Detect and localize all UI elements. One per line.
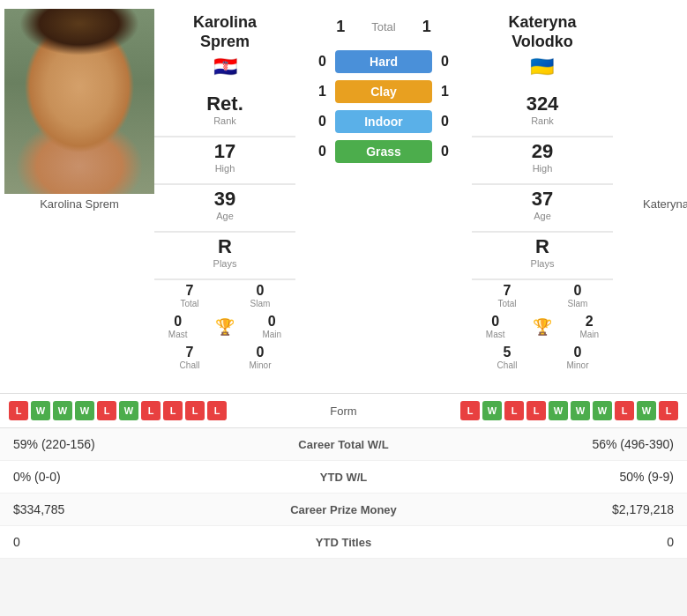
left-stats-col: Karolina Sprem 🇭🇷 Ret. Rank 17 High 39 A…: [154, 9, 295, 380]
stats-row-left: $334,785: [13, 502, 265, 516]
court-row-grass: 0 Grass 0: [300, 140, 467, 163]
right-high-block: 29 High: [532, 140, 553, 174]
left-chall-label: Chall: [154, 360, 225, 370]
indoor-button[interactable]: Indoor: [335, 110, 432, 133]
left-sep1: [154, 136, 295, 137]
right-mast-label: Mast: [472, 330, 519, 339]
form-badge-left: W: [53, 401, 72, 420]
form-badge-left: W: [119, 401, 138, 420]
form-badge-right: L: [659, 401, 678, 420]
grass-score-left: 0: [300, 144, 326, 160]
left-stats-row1: 7 Total 0 Slam: [154, 283, 295, 308]
center-col: 1 Total 1 0 Hard 0 1 Clay 1 0 Indoor 0: [295, 9, 472, 170]
right-player-col: Kateryna Volodko: [613, 9, 687, 214]
left-high-value: 17: [214, 140, 235, 163]
grass-button[interactable]: Grass: [335, 140, 432, 163]
right-age-label: Age: [532, 211, 553, 221]
clay-score-right: 1: [441, 84, 467, 100]
left-main-label: Main: [249, 330, 295, 339]
stats-table-row: 59% (220-156)Career Total W/L56% (496-39…: [0, 428, 687, 461]
form-section: LWWWLWLLLL Form LWLLWWWLWL: [0, 393, 687, 427]
left-slam-value: 0: [225, 283, 295, 299]
stats-row-center: YTD Titles: [265, 536, 423, 549]
right-trophy-icon: 🏆: [533, 317, 552, 337]
right-slam-cell: 0 Slam: [542, 283, 613, 308]
left-rank-block: Ret. Rank: [206, 93, 243, 126]
right-slam-label: Slam: [542, 299, 613, 308]
indoor-score-right: 0: [441, 114, 467, 130]
form-badge-right: L: [526, 401, 546, 420]
form-badge-left: L: [207, 401, 227, 420]
right-high-value: 29: [532, 140, 553, 163]
court-row-hard: 0 Hard 0: [300, 50, 467, 73]
stats-row-right: 0: [423, 535, 675, 549]
right-main-label: Main: [566, 330, 613, 339]
total-score-right: 1: [414, 18, 440, 36]
left-rank-value: Ret.: [206, 93, 243, 115]
right-chall-label: Chall: [472, 360, 542, 370]
comparison-section: Karolina Sprem Karolina Sprem 🇭🇷 Ret. Ra…: [0, 0, 687, 389]
right-sep4: [472, 278, 613, 280]
left-rank-label: Rank: [206, 115, 243, 126]
left-trophy-cell: 🏆: [201, 314, 248, 339]
left-total-label: Total: [154, 299, 225, 308]
left-total-cell: 7 Total: [154, 283, 225, 308]
left-plays-label: Plays: [213, 258, 237, 269]
left-main-cell: 0 Main: [249, 314, 295, 339]
left-player-photo: [4, 9, 154, 194]
stats-table-row: 0YTD Titles0: [0, 526, 687, 559]
right-player-name-under: Kateryna Volodko: [638, 194, 687, 214]
form-badge-left: L: [185, 401, 205, 420]
hard-button[interactable]: Hard: [335, 50, 432, 73]
right-mast-cell: 0 Mast: [472, 314, 519, 339]
right-rank-label: Rank: [526, 115, 559, 126]
form-badge-left: W: [75, 401, 94, 420]
left-sep2: [154, 183, 295, 185]
form-badges-right: LWLLWWWLWL: [379, 401, 679, 420]
left-age-block: 39 Age: [214, 188, 235, 221]
left-mast-label: Mast: [154, 330, 201, 339]
stats-table: 59% (220-156)Career Total W/L56% (496-39…: [0, 427, 687, 559]
indoor-score-left: 0: [300, 114, 326, 130]
left-minor-value: 0: [225, 345, 295, 360]
left-total-value: 7: [154, 283, 225, 299]
court-row-clay: 1 Clay 1: [300, 80, 467, 103]
stats-row-left: 59% (220-156): [13, 437, 265, 451]
right-mast-value: 0: [472, 314, 519, 330]
left-slam-cell: 0 Slam: [225, 283, 295, 308]
form-badge-left: L: [97, 401, 116, 420]
stats-row-center: YTD W/L: [265, 471, 423, 484]
form-badge-left: L: [163, 401, 183, 420]
total-label: Total: [371, 20, 395, 33]
right-total-value: 7: [472, 283, 542, 299]
form-badge-right: L: [615, 401, 634, 420]
left-trophy-icon: 🏆: [215, 317, 235, 337]
right-minor-value: 0: [542, 345, 613, 360]
right-rank-value: 324: [526, 93, 559, 115]
right-chall-cell: 5 Chall: [472, 345, 542, 370]
left-high-label: High: [214, 163, 235, 174]
left-minor-label: Minor: [225, 360, 295, 370]
left-age-label: Age: [214, 211, 235, 221]
form-badge-left: L: [141, 401, 161, 420]
form-badge-left: W: [31, 401, 50, 420]
form-badge-right: W: [571, 401, 590, 420]
form-badges-left: LWWWLWLLLL: [9, 401, 309, 420]
right-sep1: [472, 136, 613, 137]
right-plays-block: R Plays: [531, 235, 555, 269]
left-mast-value: 0: [154, 314, 201, 330]
right-stats-row3: 5 Chall 0 Minor: [472, 345, 613, 370]
form-badge-right: L: [504, 401, 524, 420]
right-chall-value: 5: [472, 345, 542, 360]
right-sep2: [472, 183, 613, 185]
hard-score-left: 0: [300, 54, 326, 70]
stats-table-row: 0% (0-0)YTD W/L50% (9-9): [0, 461, 687, 494]
clay-button[interactable]: Clay: [335, 80, 432, 103]
hard-score-right: 0: [441, 54, 467, 70]
right-slam-value: 0: [542, 283, 613, 299]
left-player-col: Karolina Sprem: [4, 9, 154, 214]
main-container: Karolina Sprem Karolina Sprem 🇭🇷 Ret. Ra…: [0, 0, 687, 559]
right-age-block: 37 Age: [532, 188, 553, 221]
right-plays-label: Plays: [531, 258, 555, 269]
clay-score-left: 1: [300, 84, 326, 100]
